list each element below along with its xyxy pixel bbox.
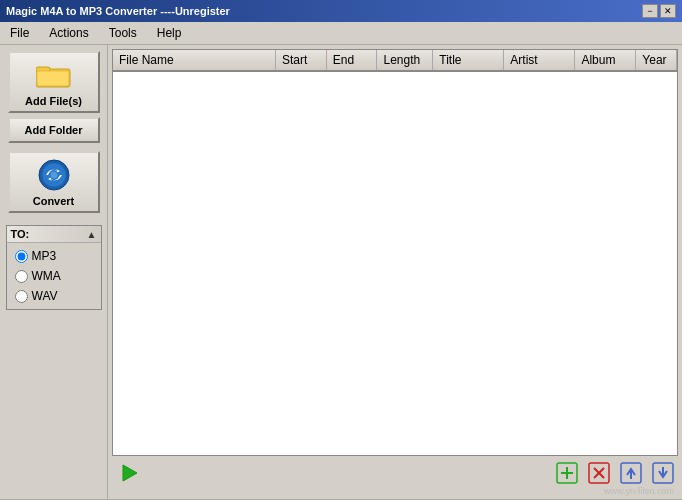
- to-header: TO: ▲: [7, 226, 101, 243]
- radio-mp3-label: MP3: [32, 249, 57, 263]
- col-album: Album: [575, 50, 636, 71]
- to-label: TO:: [11, 228, 30, 240]
- col-filename: File Name: [113, 50, 275, 71]
- col-year: Year: [636, 50, 677, 71]
- add-files-label: Add File(s): [25, 95, 82, 107]
- radio-wav[interactable]: WAV: [15, 289, 93, 303]
- folder-icon: [36, 57, 72, 93]
- col-start: Start: [275, 50, 326, 71]
- add-folder-label: Add Folder: [24, 124, 82, 136]
- close-button[interactable]: ✕: [660, 4, 676, 18]
- menu-file[interactable]: File: [4, 24, 35, 42]
- col-end: End: [326, 50, 377, 71]
- to-content: MP3 WMA WAV: [7, 243, 101, 309]
- window-title: Magic M4A to MP3 Converter ----Unregiste…: [6, 5, 230, 17]
- radio-mp3-input[interactable]: [15, 250, 28, 263]
- minimize-button[interactable]: −: [642, 4, 658, 18]
- add-file-icon-button[interactable]: [554, 460, 580, 491]
- right-panel: File Name Start End Length Title Artist …: [108, 45, 682, 499]
- add-folder-button[interactable]: Add Folder: [8, 117, 100, 143]
- menu-tools[interactable]: Tools: [103, 24, 143, 42]
- col-title: Title: [433, 50, 504, 71]
- svg-marker-6: [123, 465, 137, 481]
- to-section: TO: ▲ MP3 WMA WAV: [6, 225, 102, 310]
- window-controls: − ✕: [642, 4, 676, 18]
- play-button[interactable]: [114, 462, 144, 489]
- radio-wav-label: WAV: [32, 289, 58, 303]
- radio-mp3[interactable]: MP3: [15, 249, 93, 263]
- watermark: www.yn-filen.com: [604, 486, 674, 496]
- radio-wma-label: WMA: [32, 269, 61, 283]
- collapse-button[interactable]: ▲: [87, 229, 97, 240]
- radio-wma[interactable]: WMA: [15, 269, 93, 283]
- radio-wav-input[interactable]: [15, 290, 28, 303]
- convert-icon: [36, 157, 72, 193]
- menu-actions[interactable]: Actions: [43, 24, 94, 42]
- file-table: File Name Start End Length Title Artist …: [113, 50, 677, 72]
- add-files-button[interactable]: Add File(s): [8, 51, 100, 113]
- radio-wma-input[interactable]: [15, 270, 28, 283]
- menu-bar: File Actions Tools Help: [0, 22, 682, 45]
- menu-help[interactable]: Help: [151, 24, 188, 42]
- convert-button[interactable]: Convert: [8, 151, 100, 213]
- main-content: Add File(s) Add Folder Convert TO:: [0, 45, 682, 499]
- col-artist: Artist: [504, 50, 575, 71]
- file-table-container[interactable]: File Name Start End Length Title Artist …: [112, 49, 678, 456]
- title-bar: Magic M4A to MP3 Converter ----Unregiste…: [0, 0, 682, 22]
- col-length: Length: [377, 50, 433, 71]
- left-panel: Add File(s) Add Folder Convert TO:: [0, 45, 108, 499]
- svg-rect-2: [37, 71, 69, 86]
- svg-point-5: [50, 171, 58, 179]
- bottom-toolbar: [112, 456, 678, 495]
- convert-label: Convert: [33, 195, 75, 207]
